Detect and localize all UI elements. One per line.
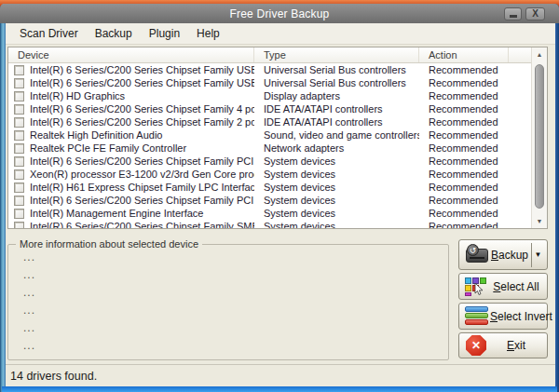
table-row[interactable]: Intel(R) 6 Series/C200 Series Chipset Fa…	[8, 63, 531, 76]
row-checkbox[interactable]	[14, 196, 24, 206]
menubar: Scan Driver Backup Plugin Help	[6, 23, 555, 45]
app-window: Free Driver Backup X Scan Driver Backup …	[0, 4, 559, 392]
row-checkbox[interactable]	[14, 209, 24, 219]
column-header-action[interactable]: Action	[419, 47, 509, 62]
screen: Free Driver Backup X Scan Driver Backup …	[0, 0, 559, 392]
device-type: System devices	[254, 155, 419, 167]
select-invert-icon	[464, 305, 490, 328]
device-action: Recommended	[419, 221, 509, 228]
table-rows: Intel(R) 6 Series/C200 Series Chipset Fa…	[8, 63, 531, 228]
row-checkbox[interactable]	[14, 130, 24, 141]
table-header: Device Type Action	[8, 47, 547, 63]
device-action: Recommended	[419, 195, 509, 206]
device-name: Realtek PCIe FE Family Controller	[30, 142, 186, 154]
device-name: Realtek High Definition Audio	[30, 129, 162, 141]
table-row[interactable]: Realtek PCIe FE Family Controller Networ…	[8, 142, 531, 155]
driver-table: Device Type Action Intel(R) 6 Series/C20…	[7, 47, 548, 229]
menu-backup[interactable]: Backup	[87, 24, 141, 43]
select-all-button-label: Select All	[490, 280, 542, 293]
backup-dropdown-icon[interactable]: ▼	[534, 250, 542, 259]
device-action: Recommended	[419, 116, 509, 128]
device-type: System devices	[254, 182, 419, 193]
row-checkbox[interactable]	[14, 222, 24, 229]
row-checkbox[interactable]	[14, 78, 24, 88]
column-header-device[interactable]: Device	[8, 47, 254, 62]
table-row[interactable]: Intel(R) 6 Series/C200 Series Chipset Fa…	[8, 220, 531, 228]
table-row[interactable]: Intel(R) HD Graphics Display adapters Re…	[8, 89, 531, 102]
table-row[interactable]: Intel(R) 6 Series/C200 Series Chipset Fa…	[8, 76, 531, 89]
split-divider	[531, 243, 532, 267]
table-row[interactable]: Intel(R) 6 Series/C200 Series Chipset Fa…	[8, 155, 531, 168]
menu-help[interactable]: Help	[188, 24, 228, 43]
window-body: Scan Driver Backup Plugin Help Device Ty…	[6, 23, 555, 386]
device-type: Display adapters	[254, 90, 419, 101]
scrollbar-thumb[interactable]	[535, 64, 544, 209]
device-name: Intel(R) H61 Express Chipset Family LPC …	[30, 182, 254, 193]
row-checkbox[interactable]	[14, 65, 24, 75]
table-row[interactable]: Intel(R) 6 Series/C200 Series Chipset Fa…	[8, 102, 531, 115]
row-checkbox[interactable]	[14, 182, 24, 193]
device-action: Recommended	[419, 103, 509, 115]
device-action: Recommended	[419, 90, 509, 101]
device-action: Recommended	[419, 169, 509, 180]
device-action: Recommended	[419, 155, 509, 167]
row-checkbox[interactable]	[14, 91, 24, 101]
info-line: ...	[8, 285, 448, 303]
stop-sign-icon: ✕	[466, 335, 486, 356]
vertical-scrollbar[interactable]: ▲ ▼	[531, 47, 547, 228]
device-type: System devices	[254, 195, 419, 206]
scroll-up-icon[interactable]: ▲	[532, 48, 547, 61]
status-text: 14 drivers found.	[10, 370, 97, 383]
exit-icon: ✕	[464, 334, 490, 357]
table-row[interactable]: Intel(R) H61 Express Chipset Family LPC …	[8, 181, 531, 194]
device-name: Intel(R) 6 Series/C200 Series Chipset Fa…	[30, 155, 254, 167]
table-row[interactable]: Intel(R) 6 Series/C200 Series Chipset Fa…	[8, 194, 531, 207]
device-name: Intel(R) 6 Series/C200 Series Chipset Fa…	[30, 64, 254, 75]
table-row[interactable]: Intel(R) 6 Series/C200 Series Chipset Fa…	[8, 115, 531, 128]
menu-plugin[interactable]: Plugin	[141, 24, 188, 43]
device-action: Recommended	[419, 182, 509, 193]
row-checkbox[interactable]	[14, 104, 24, 115]
exit-button-label: Exit	[490, 339, 542, 352]
select-invert-button-label: Select Invert	[490, 310, 552, 323]
backup-rotate-icon: ↺	[467, 244, 479, 256]
info-line: ...	[8, 250, 448, 267]
device-action: Recommended	[419, 142, 509, 154]
backup-drive-icon: ↺	[464, 244, 490, 266]
statusbar: 14 drivers found.	[6, 364, 555, 386]
table-row[interactable]: Xeon(R) processor E3-1200 v2/3rd Gen Cor…	[8, 168, 531, 181]
row-checkbox[interactable]	[14, 117, 24, 128]
row-checkbox[interactable]	[14, 143, 24, 154]
device-type: Universal Serial Bus controllers	[254, 77, 419, 88]
info-line: ...	[8, 303, 448, 320]
device-action: Recommended	[419, 129, 509, 141]
exit-button[interactable]: ✕ Exit	[458, 332, 548, 358]
device-action: Recommended	[419, 77, 509, 88]
scroll-down-icon[interactable]: ▼	[532, 215, 547, 227]
select-all-icon	[464, 276, 490, 298]
device-name: Intel(R) 6 Series/C200 Series Chipset Fa…	[30, 103, 254, 115]
select-all-button[interactable]: Select All	[458, 273, 548, 300]
table-row[interactable]: Realtek High Definition Audio Sound, vid…	[8, 128, 531, 142]
device-name: Intel(R) 6 Series/C200 Series Chipset Fa…	[30, 116, 254, 128]
backup-button[interactable]: ↺ Backup ▼	[458, 239, 548, 270]
device-type: System devices	[254, 221, 419, 228]
row-checkbox[interactable]	[14, 156, 24, 167]
info-line: ...	[8, 267, 448, 285]
table-row[interactable]: Intel(R) Management Engine Interface Sys…	[8, 207, 531, 220]
menu-scan-driver[interactable]: Scan Driver	[11, 24, 87, 43]
device-name: Intel(R) 6 Series/C200 Series Chipset Fa…	[30, 221, 254, 228]
column-header-type[interactable]: Type	[254, 47, 419, 62]
titlebar[interactable]: Free Driver Backup X	[0, 4, 559, 23]
device-type: IDE ATA/ATAPI controllers	[254, 103, 419, 115]
device-type: IDE ATA/ATAPI controllers	[254, 116, 419, 128]
device-type: Network adapters	[254, 142, 419, 154]
device-name: Intel(R) 6 Series/C200 Series Chipset Fa…	[30, 195, 254, 206]
select-invert-button[interactable]: Select Invert	[458, 303, 548, 330]
device-name: Xeon(R) processor E3-1200 v2/3rd Gen Cor…	[30, 169, 254, 180]
device-info-title: More information about selected device	[16, 238, 202, 250]
row-checkbox[interactable]	[14, 169, 24, 180]
device-action: Recommended	[419, 208, 509, 219]
info-line: ...	[8, 338, 448, 356]
device-name: Intel(R) HD Graphics	[30, 90, 125, 101]
